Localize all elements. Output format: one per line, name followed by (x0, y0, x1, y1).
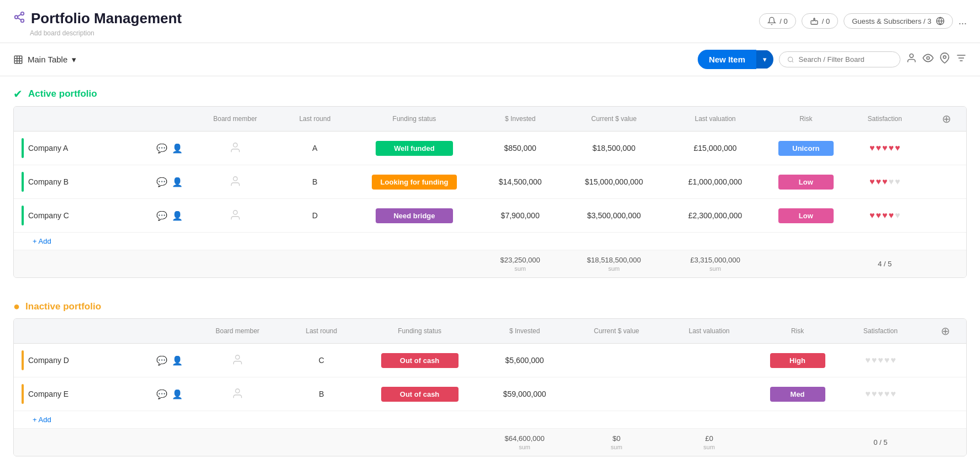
cell-current-value: $3,500,000,000 (562, 199, 666, 233)
cell-last-round: B (280, 165, 350, 199)
add-row-label[interactable]: + Add (22, 237, 958, 245)
summary-last-valuation: £3,315,000,000 sum (666, 250, 765, 278)
new-item-button[interactable]: New Item (698, 50, 756, 69)
star: ♥ (882, 211, 888, 220)
cell-last-round: A (280, 132, 350, 165)
add-column-button-inactive[interactable]: ⊕ (941, 324, 950, 338)
more-options-button[interactable]: ... (958, 15, 967, 27)
cell-risk: Low (765, 165, 847, 199)
board-member-icon[interactable] (229, 175, 241, 187)
cell-current-value (568, 377, 665, 411)
inactive-summary-satisfaction: 0 / 5 (841, 429, 920, 456)
svg-rect-9 (14, 56, 22, 64)
person-icon[interactable]: 👤 (172, 355, 183, 366)
risk-badge: Low (778, 208, 834, 223)
cell-name: Company E 💬 👤 (14, 377, 191, 411)
cell-board-member (191, 377, 284, 411)
sum-label: sum (514, 265, 526, 272)
active-table-header-row: Board member Last round Funding status $… (14, 107, 966, 132)
col-name (14, 319, 191, 344)
board-description[interactable]: Add board description (30, 29, 182, 37)
inactive-portfolio-table-wrapper: Board member Last round Funding status $… (13, 318, 967, 456)
summary-invested-value: $23,250,000 (500, 256, 540, 264)
main-table-button[interactable]: Main Table ▾ (13, 55, 76, 65)
star: ♥ (878, 389, 883, 399)
star: ♥ (895, 177, 900, 187)
cell-invested: $850,000 (478, 132, 562, 165)
active-group-title: Active portfolio (28, 88, 97, 99)
guests-button[interactable]: Guests & Subscribers / 3 (844, 13, 953, 29)
add-row-label-inactive[interactable]: + Add (22, 416, 958, 424)
add-row-inactive[interactable]: + Add (14, 411, 966, 429)
cell-last-valuation: £1,000,000,000 (666, 165, 765, 199)
summary-risk-empty (765, 250, 847, 278)
table-row: Company A 💬 👤 A Well funded (14, 132, 966, 165)
satisfaction-stars: ♥ ♥ ♥ ♥ ♥ (841, 389, 920, 399)
cell-invested: $14,500,000 (478, 165, 562, 199)
cell-invested: $7,900,000 (478, 199, 562, 233)
eye-icon[interactable] (923, 52, 934, 66)
inactive-summary-current-value-val: $0 (613, 434, 620, 443)
cell-last-valuation (665, 344, 754, 377)
cell-last-round: C (284, 344, 359, 377)
sum-label: sum (608, 265, 620, 272)
person-icon[interactable] (906, 52, 917, 66)
cell-extra (922, 165, 966, 199)
funding-badge: Out of cash (381, 353, 459, 368)
header: Portfolio Management Add board descripti… (0, 0, 980, 43)
svg-point-22 (233, 143, 237, 146)
cell-risk: Low (765, 199, 847, 233)
add-row-cell[interactable]: + Add (14, 233, 966, 250)
col-board-member: Board member (191, 319, 284, 344)
new-item-dropdown-button[interactable]: ▾ (756, 50, 773, 69)
comment-icon[interactable]: 💬 (156, 389, 167, 400)
robot-button[interactable]: / 0 (802, 13, 838, 29)
notifications-button[interactable]: / 0 (759, 13, 795, 29)
cell-satisfaction: ♥ ♥ ♥ ♥ ♥ (841, 344, 920, 377)
person-icon[interactable]: 👤 (172, 211, 183, 221)
chevron-down-icon: ▾ (72, 55, 76, 65)
comment-icon[interactable]: 💬 (156, 355, 167, 366)
comment-icon[interactable]: 💬 (156, 211, 167, 221)
col-current-value: Current $ value (562, 107, 666, 132)
board-member-icon[interactable] (229, 141, 241, 154)
company-name: Company B (28, 177, 152, 186)
share-icon[interactable] (13, 11, 25, 26)
company-name: Company A (28, 144, 152, 153)
person-icon[interactable]: 👤 (172, 143, 183, 154)
star: ♥ (891, 355, 896, 365)
star: ♥ (865, 355, 871, 365)
table-row: Company D 💬 👤 C Out of cash (14, 344, 966, 377)
satisfaction-stars: ♥ ♥ ♥ ♥ ♥ (847, 211, 922, 220)
header-left: Portfolio Management Add board descripti… (13, 10, 182, 37)
robot-count: / 0 (822, 17, 830, 25)
star: ♥ (876, 177, 881, 187)
svg-point-23 (233, 176, 237, 180)
comment-icon[interactable]: 💬 (156, 143, 167, 154)
add-column-button[interactable]: ⊕ (942, 112, 951, 125)
search-input[interactable] (798, 55, 892, 64)
inactive-table-header-row: Board member Last round Funding status $… (14, 319, 966, 344)
board-member-icon[interactable] (231, 354, 244, 366)
summary-satisfaction: 4 / 5 (847, 250, 922, 278)
comment-icon[interactable]: 💬 (156, 177, 167, 187)
cell-extra (920, 377, 966, 411)
company-name: Company C (28, 211, 152, 220)
filter-icon[interactable] (956, 52, 967, 66)
board-member-icon[interactable] (231, 387, 244, 400)
add-row-cell-inactive[interactable]: + Add (14, 411, 966, 429)
pin-icon[interactable] (939, 52, 950, 66)
add-row[interactable]: + Add (14, 233, 966, 250)
sum-label: sum (611, 444, 623, 450)
svg-point-17 (927, 57, 930, 60)
cell-name: Company B 💬 👤 (14, 165, 191, 199)
toolbar-left: Main Table ▾ (13, 55, 76, 65)
funding-badge: Out of cash (381, 387, 459, 402)
board-member-icon[interactable] (229, 209, 241, 221)
person-icon[interactable]: 👤 (172, 177, 183, 187)
funding-badge: Need bridge (376, 208, 453, 223)
cell-satisfaction: ♥ ♥ ♥ ♥ ♥ (847, 199, 922, 233)
toolbar: Main Table ▾ New Item ▾ (0, 43, 980, 76)
sum-label: sum (519, 444, 530, 450)
person-icon[interactable]: 👤 (172, 389, 183, 400)
